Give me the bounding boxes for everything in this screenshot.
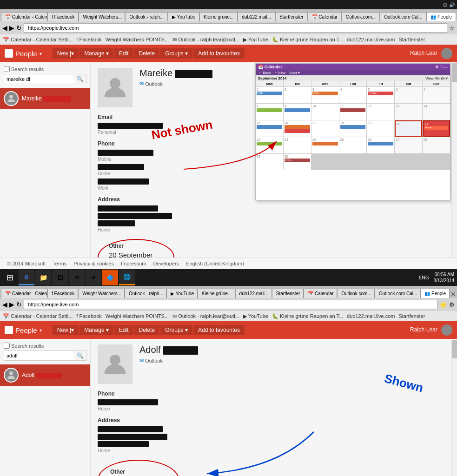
taskbar-plane[interactable]: ✈: [86, 270, 101, 285]
tab-weightwatchers[interactable]: Weight Watchers...: [79, 12, 125, 21]
taskbar-mail[interactable]: ✉: [69, 270, 85, 285]
refresh-button-b[interactable]: ↻: [16, 301, 22, 308]
tab-outlook-com[interactable]: Outlook.com...: [342, 12, 380, 21]
bm-start[interactable]: Startfenster: [398, 37, 425, 42]
scroll-thumb-top[interactable]: [452, 63, 457, 82]
taskbar-ie[interactable]: e: [19, 270, 34, 285]
tab-b-facebook[interactable]: f Facebook: [47, 289, 78, 298]
contact-item-mareike[interactable]: Mareike: [0, 88, 90, 109]
new-button[interactable]: New |▾: [53, 48, 79, 59]
tab-b-people[interactable]: 👥 People: [420, 289, 450, 298]
bm-youtube[interactable]: ▶ YouTube: [243, 37, 268, 43]
app-dropdown-icon[interactable]: ▾: [40, 51, 42, 56]
edit-button[interactable]: Edit: [114, 48, 133, 59]
bm-b-ww[interactable]: Weight Watchers POINTS...: [106, 313, 169, 319]
forward-button-b[interactable]: ▶: [9, 301, 14, 308]
taskbar-ie2[interactable]: 🌐: [119, 270, 135, 285]
tab-b-weightwatchers[interactable]: Weight Watchers...: [78, 289, 125, 298]
app-dropdown-icon-b[interactable]: ▾: [40, 328, 42, 333]
delete-button[interactable]: Delete: [134, 48, 160, 59]
tab-people[interactable]: 👥 People: [426, 12, 456, 21]
tab-bar-top: 📅 Calendar - Calendar... f Facebook Weig…: [0, 9, 457, 21]
tab-b-outlook-com[interactable]: Outlook.com...: [337, 289, 375, 298]
bm-ww[interactable]: Weight Watchers POINTS...: [106, 37, 169, 42]
tab-facebook[interactable]: f Facebook: [47, 12, 79, 21]
tab-mail[interactable]: dub122.mail...: [238, 12, 275, 21]
contact-item-adolf[interactable]: Adolf: [0, 364, 90, 386]
manage-button[interactable]: Manage ▾: [79, 48, 113, 59]
tab-youtube[interactable]: ▶ YouTube: [168, 12, 199, 21]
search-section-top: Search results 🔍: [0, 62, 90, 88]
scroll-bar-bottom[interactable]: [451, 339, 457, 476]
tab-calendar-settings[interactable]: 📅 Calendar - Calendar...: [1, 12, 47, 21]
add-favourites-button-b[interactable]: Add to favourites: [193, 325, 245, 335]
url-bar-bottom[interactable]: [24, 300, 437, 309]
footer-developers[interactable]: Developers: [153, 261, 179, 266]
bm-b-facebook[interactable]: f Facebook: [76, 313, 101, 319]
groups-button-b[interactable]: Groups ▾: [160, 325, 192, 335]
taskbar-photos[interactable]: 🖼: [52, 270, 68, 285]
new-button-b[interactable]: New |▾: [53, 325, 79, 335]
tab-b-youtube[interactable]: ▶ YouTube: [166, 289, 198, 298]
refresh-button[interactable]: ↻: [16, 24, 22, 32]
user-name: Ralph Lear: [410, 50, 437, 56]
manage-button-b[interactable]: Manage ▾: [79, 325, 113, 335]
cal-tool-1[interactable]: ← Back: [258, 71, 271, 75]
bm-b-calendar[interactable]: 📅 Calendar - Calendar Setti...: [3, 313, 73, 319]
url-bar-top[interactable]: [24, 23, 447, 33]
tab-b-cal-birthday[interactable]: Outlook.com Cal...: [375, 289, 420, 298]
search-input-bottom[interactable]: [4, 351, 74, 360]
taskbar-folder[interactable]: 📁: [35, 270, 51, 285]
bm-b-raupen[interactable]: 🐛 Kleine grüne Raupen an T...: [272, 313, 343, 319]
groups-button[interactable]: Groups ▾: [160, 48, 192, 59]
footer-terms[interactable]: Terms: [53, 261, 66, 266]
search-input-top[interactable]: [4, 74, 74, 84]
search-button-top[interactable]: 🔍: [74, 74, 86, 84]
bm-raupen[interactable]: 🐛 Kleine grüne Raupen an T...: [272, 37, 343, 43]
tab-cal-birthday[interactable]: Outlook.com Cal...: [380, 12, 426, 21]
tab-calendar2[interactable]: 📅 Calendar: [308, 12, 342, 21]
bm-calendar[interactable]: 📅 Calendar - Calendar Setti...: [3, 37, 73, 43]
bm-b-start[interactable]: Startfenster: [398, 313, 425, 319]
bm-mail[interactable]: dub122.mail.live.com: [347, 37, 395, 42]
footer-privacy[interactable]: Privacy & cookies: [73, 261, 114, 266]
tab-b-calendar-settings[interactable]: 📅 Calendar - Calendar...: [1, 289, 47, 298]
taskbar-metro[interactable]: 🔷: [102, 270, 118, 285]
tab-startfenster[interactable]: Startfenster: [275, 12, 308, 21]
search-button-bottom[interactable]: 🔍: [74, 351, 86, 360]
start-button[interactable]: ⊞: [3, 271, 17, 284]
bm-facebook[interactable]: f Facebook: [76, 37, 101, 42]
contact-name-adolf: Adolf: [22, 372, 62, 378]
day-tue: Tue: [284, 81, 311, 86]
star-button-b[interactable]: ⭐: [439, 301, 447, 308]
cal-tool-new[interactable]: + New: [275, 71, 285, 75]
tab-b-mail[interactable]: dub122.mail...: [235, 289, 272, 298]
contact-detail-top: Mareike ✉ Outlook Email Personal: [91, 62, 451, 258]
footer-impressum[interactable]: Impressum: [121, 261, 146, 266]
scroll-bar-top[interactable]: [451, 62, 457, 258]
tab-outlook[interactable]: Outlook - ralph...: [125, 12, 168, 21]
search-checkbox-b[interactable]: [4, 343, 10, 349]
back-button[interactable]: ◀: [2, 24, 7, 32]
search-checkbox[interactable]: [4, 66, 10, 72]
bm-outlook[interactable]: ✉ Outlook - ralph.lear@outl...: [172, 37, 239, 43]
settings-button[interactable]: ⚙: [449, 301, 455, 308]
close-tab-button[interactable]: ✕: [450, 291, 456, 298]
bm-b-youtube[interactable]: ▶ YouTube: [243, 313, 268, 319]
bm-b-mail[interactable]: dub122.mail.live.com: [347, 313, 395, 319]
edit-button-b[interactable]: Edit: [114, 325, 133, 335]
star-button[interactable]: ☆: [449, 25, 455, 32]
scroll-thumb-bottom[interactable]: [452, 340, 457, 358]
contact-name-display: Mareike: [139, 68, 212, 79]
back-button-b[interactable]: ◀: [2, 301, 7, 308]
delete-button-b[interactable]: Delete: [134, 325, 160, 335]
tab-b-startfenster[interactable]: Startfenster: [272, 289, 304, 298]
cal-tool-start[interactable]: Start ▾: [289, 71, 300, 75]
tab-b-calendar2[interactable]: 📅 Calendar: [304, 289, 337, 298]
tab-b-raupen[interactable]: Kleine grüne...: [198, 289, 235, 298]
tab-raupen[interactable]: Kleine grüne...: [199, 12, 238, 21]
tab-b-outlook[interactable]: Outlook - ralph...: [125, 289, 166, 298]
bm-b-outlook[interactable]: ✉ Outlook - ralph.lear@outl...: [172, 313, 239, 319]
add-favourites-button[interactable]: Add to favourites: [193, 48, 245, 59]
forward-button[interactable]: ▶: [9, 24, 14, 32]
